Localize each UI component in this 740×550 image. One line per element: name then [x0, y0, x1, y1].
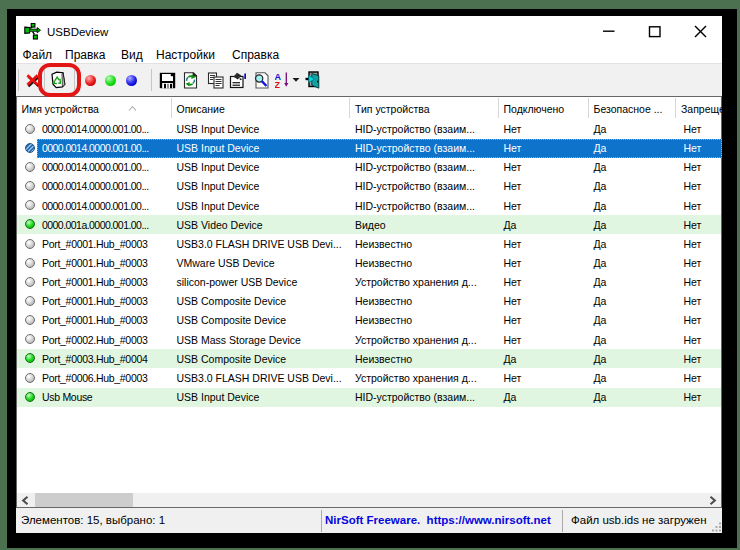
- svg-text:Z: Z: [275, 80, 281, 90]
